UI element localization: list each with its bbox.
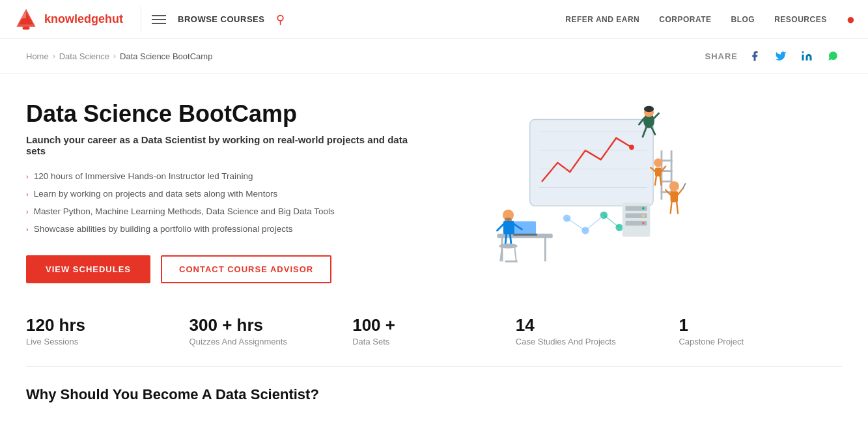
svg-rect-6 <box>530 120 653 206</box>
stat-label-4: Case Studies And Projects <box>516 337 679 346</box>
svg-line-29 <box>655 176 656 185</box>
breadcrumb: Home › Data Science › Data Science BootC… <box>26 51 212 61</box>
bottom-section-title: Why Should You Become A Data Scientist? <box>26 386 842 403</box>
share-label: SHARE <box>705 51 738 61</box>
twitter-share-icon[interactable] <box>772 47 790 65</box>
breadcrumb-sep-2: › <box>113 51 116 61</box>
stat-number-4: 14 <box>516 316 679 335</box>
svg-rect-45 <box>503 221 514 234</box>
stat-label-2: Quizzes And Assignments <box>189 337 353 346</box>
share-area: SHARE <box>705 47 842 65</box>
browse-courses-label[interactable]: BROWSE COURSES <box>178 14 264 24</box>
stat-number-5: 1 <box>679 316 842 335</box>
search-icon[interactable]: ⚲ <box>276 12 285 27</box>
svg-line-58 <box>567 218 585 231</box>
svg-rect-4 <box>802 55 804 61</box>
svg-rect-26 <box>655 167 661 176</box>
svg-line-46 <box>497 225 503 231</box>
svg-line-34 <box>678 189 683 195</box>
chevron-icon-2: › <box>26 190 29 199</box>
stats-bar: 120 hrs Live Sessions 300 + hrs Quizzes … <box>0 296 868 367</box>
feature-text-4: Showcase abilities by building a portfol… <box>34 223 293 236</box>
page-title: Data Science BootCamp <box>26 100 430 128</box>
nav-refer-earn[interactable]: REFER AND EARN <box>565 15 639 24</box>
facebook-share-icon[interactable] <box>746 47 764 65</box>
svg-point-7 <box>629 145 634 150</box>
svg-point-5 <box>802 51 804 53</box>
stat-label-5: Capstone Project <box>679 337 842 346</box>
breadcrumb-bar: Home › Data Science › Data Science BootC… <box>0 39 868 74</box>
svg-point-66 <box>642 214 645 217</box>
feature-list: › 120 hours of Immersive Hands-on Instru… <box>26 171 430 236</box>
stat-number-1: 120 hrs <box>26 316 189 335</box>
logo-icon <box>13 7 39 33</box>
site-header: knowledgehut BROWSE COURSES ⚲ REFER AND … <box>0 0 868 39</box>
nav-left: BROWSE COURSES ⚲ <box>152 12 285 27</box>
feature-item-1: › 120 hours of Immersive Hands-on Instru… <box>26 171 430 183</box>
svg-line-18 <box>654 113 659 119</box>
hero-illustration <box>456 100 690 269</box>
nav-resources[interactable]: RESOURCES <box>774 15 827 24</box>
svg-rect-3 <box>23 26 30 29</box>
svg-point-14 <box>644 106 654 112</box>
stat-live-sessions: 120 hrs Live Sessions <box>26 316 189 347</box>
stat-label-3: Data Sets <box>352 337 516 346</box>
hero-section: Data Science BootCamp Launch your career… <box>0 74 868 296</box>
stat-capstone: 1 Capstone Project <box>679 316 842 347</box>
svg-line-60 <box>604 215 619 227</box>
svg-rect-23 <box>661 180 673 182</box>
svg-line-35 <box>683 184 686 189</box>
view-schedules-button[interactable]: VIEW SCHEDULES <box>26 255 150 283</box>
chevron-icon-3: › <box>26 207 29 217</box>
stat-quizzes: 300 + hrs Quizzes And Assignments <box>189 316 353 347</box>
svg-rect-41 <box>514 221 536 235</box>
svg-point-31 <box>669 181 679 191</box>
contact-course-advisor-button[interactable]: CONTACT COURSE ADVISOR <box>161 255 331 283</box>
hero-svg-illustration <box>456 100 690 269</box>
feature-text-2: Learn by working on projects and data se… <box>34 188 277 201</box>
hamburger-icon[interactable] <box>152 15 166 24</box>
linkedin-share-icon[interactable] <box>798 47 816 65</box>
svg-line-52 <box>514 246 516 262</box>
hero-buttons: VIEW SCHEDULES CONTACT COURSE ADVISOR <box>26 255 430 283</box>
svg-point-67 <box>642 222 645 225</box>
svg-point-25 <box>654 158 662 167</box>
stat-label-1: Live Sessions <box>26 337 189 346</box>
feature-text-3: Master Python, Machine Learning Methods,… <box>34 206 335 218</box>
svg-rect-32 <box>671 191 678 202</box>
feature-item-2: › Learn by working on projects and data … <box>26 188 430 201</box>
hero-subtitle: Launch your career as a Data Scientist b… <box>26 134 430 156</box>
feature-item-3: › Master Python, Machine Learning Method… <box>26 206 430 218</box>
logo-text: knowledgehut <box>44 12 123 26</box>
svg-point-65 <box>642 207 645 210</box>
svg-rect-42 <box>513 234 537 236</box>
stat-case-studies: 14 Case Studies And Projects <box>516 316 679 347</box>
stat-number-3: 100 + <box>352 316 516 335</box>
svg-line-37 <box>677 202 678 213</box>
feature-item-4: › Showcase abilities by building a portf… <box>26 223 430 236</box>
stat-number-2: 300 + hrs <box>189 316 353 335</box>
breadcrumb-current: Data Science BootCamp <box>120 51 212 61</box>
hero-content: Data Science BootCamp Launch your career… <box>26 100 430 283</box>
svg-rect-21 <box>661 160 673 162</box>
chevron-icon-4: › <box>26 225 29 234</box>
feature-text-1: 120 hours of Immersive Hands-on Instruct… <box>34 171 253 183</box>
logo-link[interactable]: knowledgehut <box>13 7 130 33</box>
nav-corporate[interactable]: CORPORATE <box>659 15 711 24</box>
header-divider <box>141 7 141 33</box>
nav-right: REFER AND EARN CORPORATE BLOG RESOURCES … <box>565 11 855 28</box>
stat-datasets: 100 + Data Sets <box>352 316 516 347</box>
breadcrumb-home[interactable]: Home <box>26 51 49 61</box>
svg-line-36 <box>671 202 672 213</box>
whatsapp-share-icon[interactable] <box>824 47 842 65</box>
breadcrumb-parent[interactable]: Data Science <box>59 51 109 61</box>
bottom-section: Why Should You Become A Data Scientist? <box>0 367 868 403</box>
breadcrumb-sep-1: › <box>53 51 55 61</box>
user-icon[interactable]: ● <box>847 11 855 28</box>
nav-blog[interactable]: BLOG <box>731 15 755 24</box>
svg-line-59 <box>585 215 604 231</box>
chevron-icon-1: › <box>26 172 29 182</box>
